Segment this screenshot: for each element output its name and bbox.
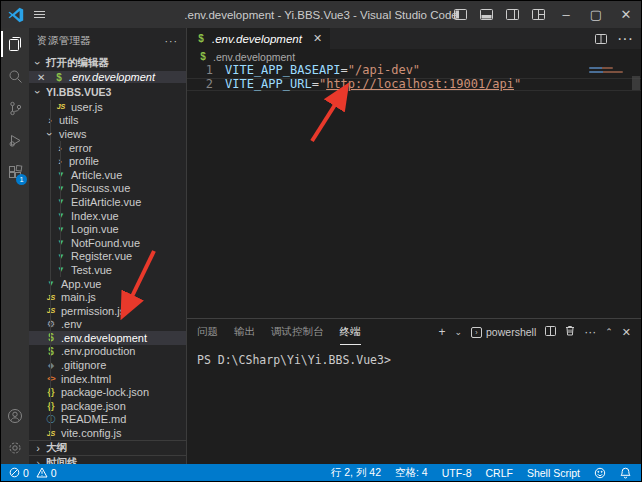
- tree-item-label: Test.vue: [71, 264, 112, 276]
- cursor-position[interactable]: 行 2, 列 42: [331, 466, 381, 480]
- tree-item-label: permission.js: [61, 305, 125, 317]
- account-icon[interactable]: [1, 400, 29, 432]
- terminal-output[interactable]: PS D:\CSharp\Yi\Yi.BBS.Vue3>: [187, 345, 641, 464]
- vue-file-icon: ▼: [55, 225, 67, 234]
- tree-item-profile[interactable]: ›profile: [29, 154, 186, 168]
- json-file-icon: {}: [45, 387, 57, 397]
- tree-item-package-lock.json[interactable]: {}package-lock.json: [29, 385, 186, 399]
- explorer-more-actions-icon[interactable]: ···: [165, 35, 179, 47]
- tree-item-.gitignore[interactable]: ◆.gitignore: [29, 358, 186, 372]
- outline-section[interactable]: › 大纲: [29, 440, 186, 455]
- bottom-panel: 问题 输出 调试控制台 终端 + ⌄ › powershell: [187, 318, 641, 464]
- search-icon[interactable]: [1, 60, 29, 92]
- terminal-dropdown-icon[interactable]: ⌄: [454, 327, 462, 337]
- close-icon[interactable]: ✕: [37, 72, 49, 83]
- kill-terminal-icon[interactable]: [565, 325, 575, 339]
- new-terminal-icon[interactable]: +: [438, 325, 445, 339]
- notifications-bell-icon[interactable]: [620, 467, 631, 479]
- tree-item-Login.vue[interactable]: ▼Login.vue: [29, 222, 186, 236]
- tree-item-package.json[interactable]: {}package.json: [29, 399, 186, 413]
- vue-file-icon: ▼: [55, 170, 67, 179]
- minimap[interactable]: [589, 67, 625, 75]
- split-terminal-icon[interactable]: [545, 325, 556, 339]
- settings-gear-icon[interactable]: [1, 432, 29, 464]
- chevron-down-icon: ›: [32, 87, 44, 97]
- tree-item-Index.vue[interactable]: ▼Index.vue: [29, 209, 186, 223]
- tree-item-main.js[interactable]: JSmain.js: [29, 290, 186, 304]
- chevron-right-icon: ›: [33, 442, 43, 454]
- close-panel-icon[interactable]: ✕: [622, 326, 631, 339]
- tab-output[interactable]: 输出: [234, 319, 255, 345]
- tree-item-error[interactable]: ›error: [29, 141, 186, 155]
- tree-item-user.js[interactable]: JSuser.js: [29, 100, 186, 114]
- tree-item-App.vue[interactable]: ▼App.vue: [29, 277, 186, 291]
- tree-item-.env.production[interactable]: $.env.production: [29, 345, 186, 359]
- language-mode[interactable]: Shell Script: [527, 467, 580, 479]
- shellscript-icon: $: [197, 51, 209, 62]
- file-tree: JSuser.js›utils›views›error›profile▼Arti…: [29, 100, 186, 440]
- toggle-panel-icon[interactable]: [473, 1, 499, 28]
- editor-scrollbar[interactable]: [632, 76, 640, 90]
- eol-setting[interactable]: CRLF: [485, 467, 512, 479]
- indentation-setting[interactable]: 空格: 4: [395, 466, 428, 480]
- errors-warnings-indicator[interactable]: 0 0: [9, 467, 57, 479]
- split-editor-icon[interactable]: [595, 30, 607, 48]
- tree-item-Discuss.vue[interactable]: ▼Discuss.vue: [29, 182, 186, 196]
- tree-item-vite.config.js[interactable]: JSvite.config.js: [29, 426, 186, 440]
- menu-hamburger-icon[interactable]: [30, 1, 54, 28]
- tree-item-label: Index.vue: [71, 210, 119, 222]
- url-link[interactable]: http://localhost:19001/api: [326, 77, 514, 91]
- feedback-smiley-icon[interactable]: [594, 467, 606, 479]
- open-editor-item[interactable]: ✕ $ .env.development: [29, 71, 186, 83]
- close-window-button[interactable]: ✕: [611, 1, 641, 28]
- chevron-down-icon: ›: [44, 129, 56, 139]
- maximize-panel-icon[interactable]: ⌃: [605, 327, 613, 337]
- tree-item-views[interactable]: ›views: [29, 127, 186, 141]
- close-tab-icon[interactable]: ✕: [313, 32, 322, 45]
- tree-item-label: main.js: [61, 291, 96, 303]
- tree-item-index.html[interactable]: <>index.html: [29, 372, 186, 386]
- customize-layout-icon[interactable]: [525, 1, 551, 28]
- maximize-button[interactable]: ▢: [581, 1, 611, 28]
- open-editors-section[interactable]: › 打开的编辑器: [29, 54, 186, 71]
- breadcrumb[interactable]: $ .env.development: [187, 49, 641, 64]
- tree-item-permission.js[interactable]: JSpermission.js: [29, 304, 186, 318]
- tree-item-.env[interactable]: ⚙.env: [29, 318, 186, 332]
- encoding-setting[interactable]: UTF-8: [442, 467, 472, 479]
- line-number: 2: [187, 78, 213, 92]
- tree-item-label: profile: [69, 155, 99, 167]
- code-editor[interactable]: 1 VITE_APP_BASEAPI="/api-dev" 2 VITE_APP…: [187, 64, 641, 318]
- editor-more-actions-icon[interactable]: ···: [617, 30, 633, 48]
- tree-item-EditArticle.vue[interactable]: ▼EditArticle.vue: [29, 195, 186, 209]
- tree-item-utils[interactable]: ›utils: [29, 114, 186, 128]
- toggle-sidebar-icon[interactable]: [447, 1, 473, 28]
- tab-debug-console[interactable]: 调试控制台: [271, 319, 324, 345]
- tab-env-development[interactable]: $ .env.development ✕: [187, 28, 330, 49]
- terminal-instance[interactable]: › powershell: [471, 326, 536, 338]
- panel-more-actions-icon[interactable]: ···: [584, 325, 596, 339]
- vscode-logo-icon: [8, 7, 24, 23]
- tree-item-label: .env.production: [61, 345, 135, 357]
- tree-item-.env.development[interactable]: $.env.development: [29, 331, 186, 345]
- tree-item-Article.vue[interactable]: ▼Article.vue: [29, 168, 186, 182]
- extensions-badge: 1: [16, 174, 27, 185]
- tree-item-label: .env: [61, 318, 82, 330]
- warning-icon: [36, 467, 48, 478]
- source-control-icon[interactable]: [1, 92, 29, 124]
- project-section[interactable]: › YI.BBS.VUE3: [29, 83, 186, 100]
- explorer-title: 资源管理器: [37, 34, 91, 48]
- git-file-icon: ◆: [45, 361, 57, 370]
- minimize-button[interactable]: –: [551, 1, 581, 28]
- tree-item-label: EditArticle.vue: [71, 196, 141, 208]
- tree-item-README.md[interactable]: ⓘREADME.md: [29, 413, 186, 427]
- vue-file-icon: ▼: [55, 265, 67, 274]
- run-debug-icon[interactable]: [1, 124, 29, 156]
- toggle-secondary-sidebar-icon[interactable]: [499, 1, 525, 28]
- tab-terminal[interactable]: 终端: [340, 319, 361, 345]
- tree-item-Test.vue[interactable]: ▼Test.vue: [29, 263, 186, 277]
- tab-problems[interactable]: 问题: [197, 319, 218, 345]
- tree-item-Register.vue[interactable]: ▼Register.vue: [29, 250, 186, 264]
- extensions-icon[interactable]: 1: [1, 156, 29, 188]
- tree-item-NotFound.vue[interactable]: ▼NotFound.vue: [29, 236, 186, 250]
- explorer-icon[interactable]: [1, 28, 29, 60]
